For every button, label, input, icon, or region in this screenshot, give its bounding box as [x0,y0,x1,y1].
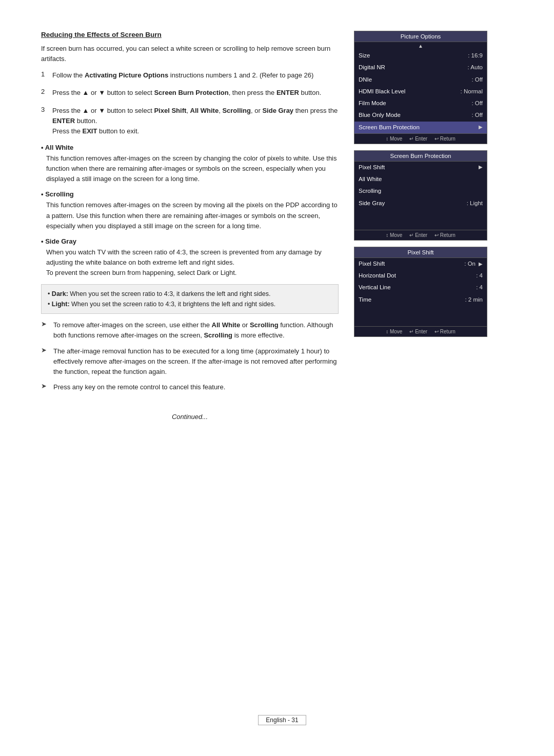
menu-val-hdmi: : Normal [461,87,483,96]
menu-label-digital-nr: Digital NR [359,63,385,72]
sub-text-scrolling: This function removes after-images on th… [46,200,339,231]
content-area: Reducing the Effects of Screen Burn If s… [41,31,523,705]
menu-label-blue-only: Blue Only Mode [359,111,401,120]
screen-burn-title: Screen Burn Protection [354,151,487,162]
menu-arrow-pixel-shift: ▶ [479,163,483,172]
menu-label-pixel-shift: Pixel Shift [359,163,385,172]
step-2-num: 2 [41,88,49,95]
menu-row-scrolling: Scrolling [354,185,487,197]
sub-text-side-gray: When you watch TV with the screen ratio … [46,247,339,278]
picture-options-title: Picture Options [354,31,487,42]
menu-label-screen-burn: Screen Burn Protection [359,123,420,132]
ps-footer-return: ↩ Return [434,329,456,334]
screen-burn-menu: Screen Burn Protection Pixel Shift ▶ All… [354,150,487,241]
ps-val-pixel-shift: : On [464,260,476,268]
menu-label-side-gray: Side Gray [359,199,385,208]
arrow-text-2: The after-image removal function has to … [53,346,339,377]
footer-enter: ↵ Enter [409,136,427,142]
ps-footer-enter: ↵ Enter [409,329,427,334]
ps-arrow-pixel-shift: ▶ [479,260,483,268]
step-3: 3 Press the ▲ or ▼ button to select Pixe… [41,106,339,136]
step-2-text: Press the ▲ or ▼ button to select Screen… [52,88,321,98]
ps-val-vert-line: : 4 [476,283,483,292]
arrow-text-3: Press any key on the remote control to c… [53,382,225,392]
arrow-item-3: ➤ Press any key on the remote control to… [41,382,339,392]
ps-label-pixel-shift: Pixel Shift [359,260,385,268]
footer-badge: English - 31 [258,715,306,725]
menu-row-hdmi: HDMI Black Level : Normal [354,86,487,97]
ps-label-horiz-dot: Horizontal Dot [359,271,396,280]
ps-val-time: : 2 min [465,295,483,304]
ps-row-vert-line: Vertical Line : 4 [354,282,487,293]
menu-row-size: Size : 16:9 [354,50,487,62]
intro-text: If screen burn has occurred, you can sel… [41,44,339,64]
menu-row-film-mode: Film Mode : Off [354,97,487,109]
menu-row-pixel-shift: Pixel Shift ▶ [354,162,487,173]
sub-heading-side-gray: Side Gray [41,237,339,245]
step-1: 1 Follow the Activating Picture Options … [41,70,339,81]
right-column: Picture Options ▲ Size : 16:9 Digital NR… [354,31,487,705]
menu-up-arrow: ▲ [354,42,487,50]
sub-text-all-white: This function removes after-images on th… [46,153,339,184]
sb-footer-enter: ↵ Enter [409,232,427,238]
menu-row-blue-only: Blue Only Mode : Off [354,109,487,121]
menu-val-film-mode: : Off [471,99,483,108]
left-column: Reducing the Effects of Screen Burn If s… [41,31,339,705]
menu-row-screen-burn: Screen Burn Protection ▶ [354,122,487,133]
pixel-shift-footer: ↕ Move ↵ Enter ↩ Return [354,326,487,336]
menu-label-dnie: DNIe [359,75,372,84]
note-box: • Dark: When you set the screen ratio to… [41,284,339,314]
ps-label-time: Time [359,295,371,304]
menu-val-dnie: : Off [471,75,483,84]
menu-val-digital-nr: : Auto [468,63,483,72]
arrow-item-1: ➤ To remove after-images on the screen, … [41,320,339,341]
arrow-sym-2: ➤ [41,346,49,354]
menu-row-digital-nr: Digital NR : Auto [354,62,487,73]
ps-row-time: Time : 2 min [354,294,487,306]
menu-row-side-gray: Side Gray : Light [354,197,487,209]
step-3-num: 3 [41,106,49,113]
menu-row-dnie: DNIe : Off [354,74,487,86]
menu-label-size: Size [359,51,370,60]
menu-arrow-screen-burn: ▶ [479,123,483,132]
ps-label-vert-line: Vertical Line [359,283,391,292]
menu-label-scrolling: Scrolling [359,187,381,195]
arrow-text-1: To remove after-images on the screen, us… [53,320,339,341]
sub-heading-all-white: All White [41,144,339,151]
menu-val-size: : 16:9 [468,51,483,60]
screen-burn-footer: ↕ Move ↵ Enter ↩ Return [354,230,487,240]
step-1-text: Follow the Activating Picture Options in… [52,70,313,81]
menu-val-side-gray: : Light [467,199,483,208]
sb-footer-move: ↕ Move [386,232,402,238]
arrow-sym-3: ➤ [41,382,49,390]
menu-label-all-white: All White [359,175,382,184]
picture-options-footer: ↕ Move ↵ Enter ↩ Return [354,133,487,144]
step-2: 2 Press the ▲ or ▼ button to select Scre… [41,88,339,98]
page-footer: English - 31 [41,705,523,725]
page: Reducing the Effects of Screen Burn If s… [0,0,554,756]
sb-footer-return: ↩ Return [434,232,456,238]
pixel-shift-title: Pixel Shift [354,247,487,258]
note-item-light: • Light: When you set the screen ratio t… [48,299,332,309]
note-item-dark: • Dark: When you set the screen ratio to… [48,289,332,299]
menu-val-blue-only: : Off [471,111,483,120]
menu-label-hdmi: HDMI Black Level [359,87,405,96]
menu-row-all-white: All White [354,173,487,185]
pixel-shift-menu: Pixel Shift Pixel Shift : On ▶ Horizonta… [354,247,487,337]
ps-row-horiz-dot: Horizontal Dot : 4 [354,270,487,282]
arrow-sym-1: ➤ [41,320,49,328]
step-1-num: 1 [41,70,49,78]
section-heading: Reducing the Effects of Screen Burn [41,31,339,38]
ps-footer-move: ↕ Move [386,329,402,334]
arrow-item-2: ➤ The after-image removal function has t… [41,346,339,377]
continued-text: Continued... [41,413,339,421]
footer-return: ↩ Return [434,136,456,142]
ps-val-horiz-dot: : 4 [476,271,483,280]
menu-label-film-mode: Film Mode [359,99,386,108]
sub-heading-scrolling: Scrolling [41,190,339,198]
footer-move: ↕ Move [386,136,402,142]
picture-options-menu: Picture Options ▲ Size : 16:9 Digital NR… [354,31,487,144]
ps-row-pixel-shift: Pixel Shift : On ▶ [354,258,487,270]
step-3-text: Press the ▲ or ▼ button to select Pixel … [52,106,339,136]
